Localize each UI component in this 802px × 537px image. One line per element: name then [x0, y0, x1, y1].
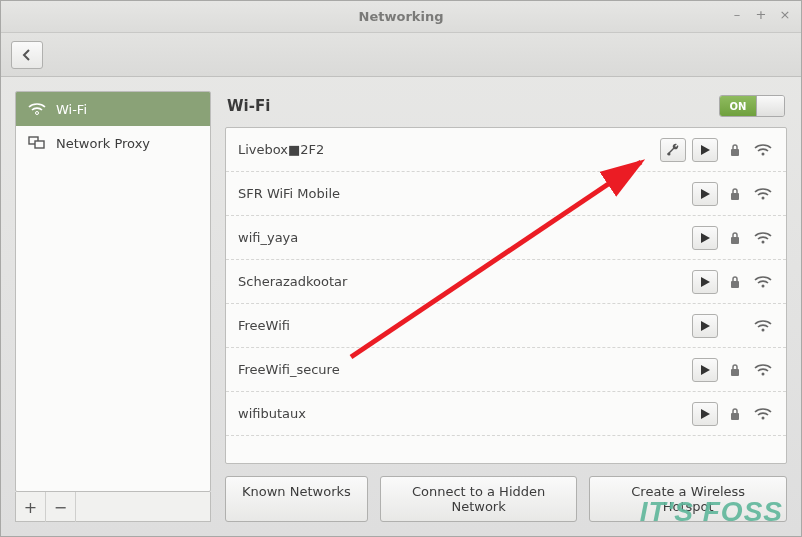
signal-strength-icon — [752, 139, 774, 161]
main-header: Wi-Fi ON — [225, 91, 787, 127]
close-button[interactable]: × — [777, 7, 793, 22]
connect-button[interactable] — [692, 138, 718, 162]
connect-button[interactable] — [692, 226, 718, 250]
remove-connection-button[interactable]: − — [46, 492, 76, 522]
network-actions — [692, 314, 774, 338]
signal-strength-icon — [752, 315, 774, 337]
lock-spacer — [724, 315, 746, 337]
sidebar-item-label: Wi-Fi — [56, 102, 87, 117]
sidebar-footer: + − — [15, 492, 211, 522]
network-row[interactable]: wifibutaux — [226, 392, 786, 436]
proxy-icon — [28, 135, 46, 151]
network-name: wifi_yaya — [238, 230, 692, 245]
page-title: Wi-Fi — [227, 97, 270, 115]
network-name: wifibutaux — [238, 406, 692, 421]
configure-network-button[interactable] — [660, 138, 686, 162]
lock-icon — [724, 271, 746, 293]
svg-rect-6 — [731, 193, 739, 200]
svg-point-3 — [668, 152, 671, 155]
lock-icon — [724, 183, 746, 205]
add-connection-button[interactable]: + — [16, 492, 46, 522]
wifi-toggle[interactable]: ON — [719, 95, 785, 117]
lock-icon — [724, 227, 746, 249]
back-button[interactable] — [11, 41, 43, 69]
network-row[interactable]: SFR WiFi Mobile — [226, 172, 786, 216]
network-row[interactable]: Livebox■2F2 — [226, 128, 786, 172]
svg-point-11 — [762, 284, 765, 287]
connect-hidden-network-button[interactable]: Connect to a Hidden Network — [380, 476, 578, 522]
signal-strength-icon — [752, 183, 774, 205]
network-actions — [692, 182, 774, 206]
connect-button[interactable] — [692, 402, 718, 426]
sidebar-item-wifi[interactable]: Wi-Fi — [16, 92, 210, 126]
network-row[interactable]: Scherazadkootar — [226, 260, 786, 304]
maximize-button[interactable]: + — [753, 7, 769, 22]
sidebar: Wi-Fi Network Proxy — [15, 91, 211, 492]
network-actions — [660, 138, 774, 162]
toolbar — [1, 33, 801, 77]
network-name: Livebox■2F2 — [238, 142, 660, 157]
svg-point-12 — [762, 328, 765, 331]
sidebar-item-label: Network Proxy — [56, 136, 150, 151]
network-name: FreeWifi — [238, 318, 692, 333]
network-list: Livebox■2F2SFR WiFi Mobilewifi_yayaScher… — [225, 127, 787, 464]
signal-strength-icon — [752, 227, 774, 249]
signal-strength-icon — [752, 359, 774, 381]
toggle-knob — [756, 96, 785, 116]
signal-strength-icon — [752, 403, 774, 425]
network-name: FreeWifi_secure — [238, 362, 692, 377]
content-area: Wi-Fi Network Proxy + − — [1, 77, 801, 536]
window-controls: – + × — [729, 7, 793, 22]
svg-point-5 — [762, 152, 765, 155]
sidebar-item-network-proxy[interactable]: Network Proxy — [16, 126, 210, 160]
connect-button[interactable] — [692, 314, 718, 338]
svg-rect-4 — [731, 149, 739, 156]
network-row[interactable]: FreeWifi_secure — [226, 348, 786, 392]
lock-icon — [724, 359, 746, 381]
network-actions — [692, 226, 774, 250]
lock-icon — [724, 139, 746, 161]
known-networks-button[interactable]: Known Networks — [225, 476, 368, 522]
networking-window: Networking – + × — [0, 0, 802, 537]
main-panel: Wi-Fi ON Livebox■2F2SFR WiFi Mobilewifi_… — [225, 91, 787, 522]
network-name: SFR WiFi Mobile — [238, 186, 692, 201]
wifi-icon — [28, 101, 46, 117]
network-name: Scherazadkootar — [238, 274, 692, 289]
svg-rect-10 — [731, 281, 739, 288]
create-hotspot-button[interactable]: Create a Wireless Hotspot — [589, 476, 787, 522]
svg-rect-13 — [731, 369, 739, 376]
connect-button[interactable] — [692, 270, 718, 294]
svg-point-16 — [762, 416, 765, 419]
minimize-button[interactable]: – — [729, 7, 745, 22]
svg-point-14 — [762, 372, 765, 375]
svg-rect-2 — [35, 141, 44, 148]
svg-rect-8 — [731, 237, 739, 244]
lock-icon — [724, 403, 746, 425]
svg-point-7 — [762, 196, 765, 199]
window-title: Networking — [359, 9, 444, 24]
sidebar-container: Wi-Fi Network Proxy + − — [15, 91, 211, 522]
network-actions — [692, 358, 774, 382]
toggle-on-label: ON — [720, 96, 756, 116]
network-actions — [692, 270, 774, 294]
bottom-buttons: Known Networks Connect to a Hidden Netwo… — [225, 464, 787, 522]
signal-strength-icon — [752, 271, 774, 293]
network-row[interactable]: wifi_yaya — [226, 216, 786, 260]
connect-button[interactable] — [692, 182, 718, 206]
titlebar: Networking – + × — [1, 1, 801, 33]
svg-rect-15 — [731, 413, 739, 420]
back-arrow-icon — [20, 48, 34, 62]
network-row[interactable]: FreeWifi — [226, 304, 786, 348]
svg-point-9 — [762, 240, 765, 243]
connect-button[interactable] — [692, 358, 718, 382]
svg-point-0 — [36, 112, 39, 115]
network-actions — [692, 402, 774, 426]
